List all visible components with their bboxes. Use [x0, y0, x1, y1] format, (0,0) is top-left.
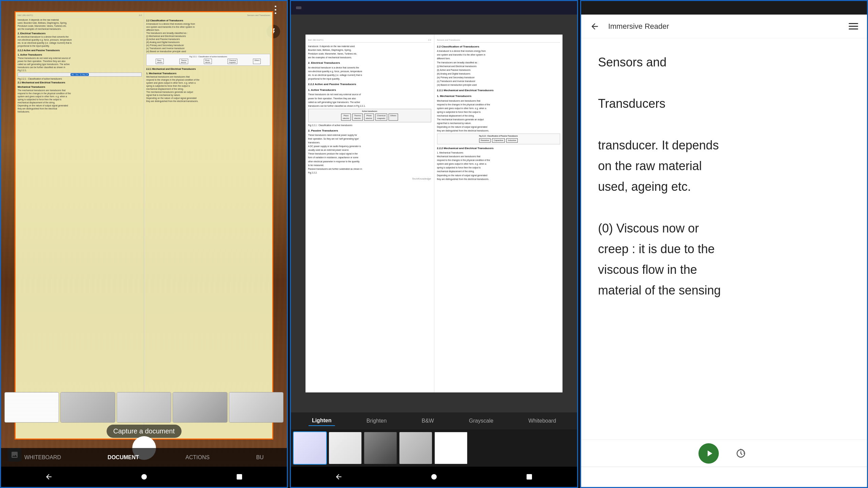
home-icon-doc [430, 473, 438, 481]
document-panel: E&C (MU-E&TC) 2-2 transducer. It depends… [290, 0, 578, 488]
filter-bar: Lighten Brighten B&W Grayscale Whiteboar… [291, 412, 577, 429]
thumbnail-row [291, 429, 577, 467]
reader-back-button[interactable] [588, 20, 601, 33]
mode-document[interactable]: DOCUMENT [104, 454, 142, 461]
reader-line-9: material of the sensing [598, 283, 721, 297]
reader-line-1: Sensors and [598, 55, 667, 69]
hamburger-line-1 [849, 23, 858, 24]
reader-toolbar: Immersive Reader [581, 15, 867, 38]
reader-line-6: (0) Viscous now or [598, 221, 699, 235]
thumbnail-5[interactable] [229, 392, 283, 423]
hamburger-line-2 [849, 26, 858, 27]
thumbnail-2[interactable] [60, 392, 115, 423]
doc-left-header: E&C (MU-E&TC) 2-2 [308, 39, 431, 43]
doc-content-area: E&C (MU-E&TC) 2-2 transducer. It depends… [291, 15, 577, 412]
reader-status-bar [581, 1, 867, 15]
svg-rect-3 [527, 474, 532, 480]
svg-rect-6 [816, 474, 822, 480]
doc-left-col: E&C (MU-E&TC) 2-2 transducer. It depends… [305, 35, 434, 393]
doc-nav-bar [291, 467, 577, 487]
camera-mode-bar: WHITEBOARD DOCUMENT ACTIONS BU [1, 448, 287, 467]
home-icon-reader [720, 473, 728, 481]
nav-home-btn-doc[interactable] [429, 472, 439, 482]
doc-right-text: 2.2 Classification of Transducers A tran… [437, 45, 560, 181]
nav-home-btn[interactable] [139, 472, 149, 482]
doc-right-col: Sensors and Transducers 2.2 Classificati… [434, 35, 563, 393]
filter-lighten[interactable]: Lighten [309, 416, 335, 426]
svg-point-5 [721, 474, 727, 480]
doc-left-content: transducer. It depends on the raw materi… [18, 19, 142, 113]
reader-line-4: on the raw material [598, 159, 702, 173]
doc-left-text: transducer. It depends on the raw materi… [308, 45, 431, 181]
thumbnail-4[interactable] [173, 392, 227, 423]
reader-line-3: transducer. It depends [598, 138, 719, 152]
back-icon-reader [625, 473, 633, 481]
reader-line-7: creep : it is due to the [598, 242, 715, 256]
filter-brighten[interactable]: Brighten [363, 416, 390, 426]
recent-icon-reader [815, 473, 823, 481]
back-arrow-icon [590, 22, 599, 31]
filter-grayscale[interactable]: Grayscale [466, 416, 497, 426]
doc-right-header: Sensors and Transducers [437, 39, 560, 43]
reader-bottom-bar [581, 440, 867, 467]
filter-whiteboard[interactable]: Whiteboard [525, 416, 559, 426]
thumb-lighten[interactable] [293, 431, 327, 465]
reader-text: Sensors and Transducers transducer. It d… [598, 52, 850, 301]
camera-top-bar: ⋮ [1, 1, 287, 18]
thumb-grayscale[interactable] [399, 431, 433, 465]
speed-button[interactable] [732, 445, 749, 462]
hamburger-line-3 [849, 28, 858, 29]
svg-point-0 [141, 474, 147, 480]
home-icon [140, 473, 148, 481]
document-overlay: E&C (MU-E&TC) 2-2 transducer. It depends… [15, 11, 273, 440]
nav-recent-btn[interactable] [234, 472, 244, 482]
back-icon-doc [335, 473, 343, 481]
play-button[interactable] [698, 443, 719, 464]
reader-content: Sensors and Transducers transducer. It d… [581, 38, 867, 440]
reader-line-8: viscous flow in the [598, 263, 697, 277]
more-icon[interactable]: ⋮ [271, 4, 280, 15]
reader-nav-bar [581, 467, 867, 487]
nav-recent-btn-doc[interactable] [524, 472, 534, 482]
thumb-whiteboard[interactable] [434, 431, 468, 465]
thumbnail-1[interactable] [4, 392, 59, 423]
reader-line-5: used, ageing etc. [598, 180, 691, 194]
camera-panel: ⋮ E&C (MU-E&TC) 2-2 transducer. It depen… [0, 0, 288, 488]
camera-nav-bar [1, 467, 287, 487]
mode-bu[interactable]: BU [253, 454, 267, 461]
reader-title: Immersive Reader [608, 22, 847, 31]
reader-line-2: Transducers [598, 97, 666, 110]
thumb-bw[interactable] [363, 431, 397, 465]
thumbnail-3[interactable] [117, 392, 171, 423]
play-icon [704, 448, 714, 459]
doc-brand-right: Sensors and Transducers [437, 39, 460, 41]
filter-bw[interactable]: B&W [418, 416, 437, 426]
svg-rect-1 [237, 474, 242, 480]
camera-viewfinder: ⋮ E&C (MU-E&TC) 2-2 transducer. It depen… [1, 1, 287, 467]
nav-home-btn-reader[interactable] [719, 472, 729, 482]
speed-icon [736, 448, 746, 459]
reader-menu-button[interactable] [847, 20, 860, 33]
mode-whiteboard[interactable]: WHITEBOARD [21, 454, 64, 461]
nav-back-btn[interactable] [44, 472, 54, 482]
doc-page: E&C (MU-E&TC) 2-2 transducer. It depends… [305, 35, 563, 393]
reader-panel: Immersive Reader Sensors and Transducers… [580, 0, 868, 488]
doc-brand-left: E&C (MU-E&TC) [308, 39, 323, 41]
mode-actions[interactable]: ACTIONS [182, 454, 213, 461]
doc-right-content: 2.2 Classification of Transducers A tran… [146, 19, 270, 102]
recent-icon [235, 473, 243, 481]
nav-recent-btn-reader[interactable] [814, 472, 824, 482]
doc-page-num: 2-2 [428, 39, 431, 41]
nav-back-btn-reader[interactable] [624, 472, 634, 482]
recent-icon-doc [525, 473, 533, 481]
back-icon [45, 473, 53, 481]
nav-back-btn-doc[interactable] [334, 472, 344, 482]
svg-point-2 [431, 474, 437, 480]
thumb-brighten[interactable] [328, 431, 362, 465]
doc-status-bar [291, 1, 577, 15]
thumbnail-strip [1, 392, 287, 423]
